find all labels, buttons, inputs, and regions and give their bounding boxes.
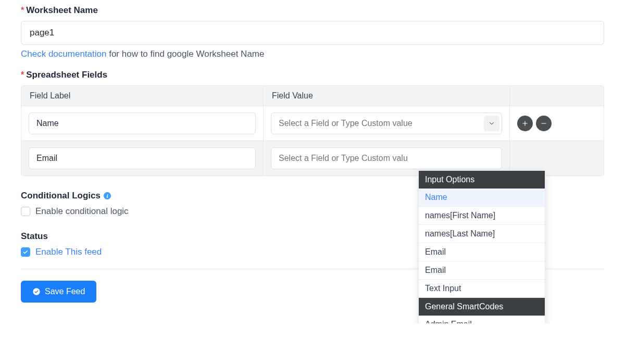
table-row: Input Options Name names[First Name] nam…: [21, 141, 604, 175]
dropdown-group-header: General SmartCodes: [419, 298, 545, 316]
worksheet-help-text: Check documentation for how to find goog…: [21, 49, 604, 59]
enable-feed-label[interactable]: Enable This feed: [35, 247, 102, 257]
plus-icon: [521, 120, 529, 127]
worksheet-help-suffix: for how to find google Worksheet Name: [106, 49, 264, 59]
worksheet-name-input[interactable]: [21, 21, 604, 45]
enable-conditional-label: Enable conditional logic: [35, 206, 129, 217]
enable-conditional-checkbox[interactable]: [21, 207, 30, 216]
required-asterisk-icon: *: [21, 6, 24, 15]
dropdown-item[interactable]: names[First Name]: [419, 207, 545, 225]
info-icon[interactable]: i: [104, 192, 111, 199]
table-row: [21, 106, 604, 141]
chevron-down-icon: [488, 120, 495, 127]
required-asterisk-icon: *: [21, 70, 24, 80]
table-header: Field Label Field Value: [21, 86, 604, 106]
add-row-button[interactable]: [517, 116, 533, 131]
header-field-value: Field Value: [264, 86, 510, 106]
remove-row-button[interactable]: [536, 116, 552, 131]
spreadsheet-fields-label: * Spreadsheet Fields: [21, 70, 604, 80]
field-value-select[interactable]: [271, 147, 502, 169]
worksheet-name-label: * Worksheet Name: [21, 5, 604, 16]
check-circle-icon: [32, 287, 41, 296]
worksheet-name-text: Worksheet Name: [26, 5, 98, 16]
minus-icon: [540, 120, 547, 127]
dropdown-item-name[interactable]: Name: [419, 189, 545, 207]
field-value-select[interactable]: [271, 112, 502, 134]
enable-feed-checkbox[interactable]: [21, 247, 30, 257]
dropdown-item[interactable]: Text Input: [419, 280, 545, 298]
header-actions: [510, 86, 604, 106]
field-value-dropdown: Input Options Name names[First Name] nam…: [418, 170, 545, 323]
save-feed-label: Save Feed: [45, 287, 85, 296]
dropdown-item[interactable]: Email: [419, 261, 545, 280]
dropdown-item[interactable]: names[Last Name]: [419, 225, 545, 243]
dropdown-item[interactable]: Admin Email: [419, 316, 545, 323]
dropdown-item[interactable]: Email: [419, 243, 545, 261]
check-icon: [22, 249, 29, 255]
spreadsheet-fields-table: Field Label Field Value: [21, 85, 604, 176]
header-field-label: Field Label: [21, 86, 264, 106]
field-label-input[interactable]: [29, 147, 256, 169]
dropdown-group-header: Input Options: [419, 171, 545, 189]
conditional-logics-text: Conditional Logics: [21, 191, 101, 201]
check-documentation-link[interactable]: Check documentation: [21, 49, 106, 59]
field-label-input[interactable]: [29, 112, 256, 134]
save-feed-button[interactable]: Save Feed: [21, 281, 96, 303]
spreadsheet-fields-text: Spreadsheet Fields: [26, 70, 107, 80]
dropdown-toggle-button[interactable]: [484, 116, 499, 131]
